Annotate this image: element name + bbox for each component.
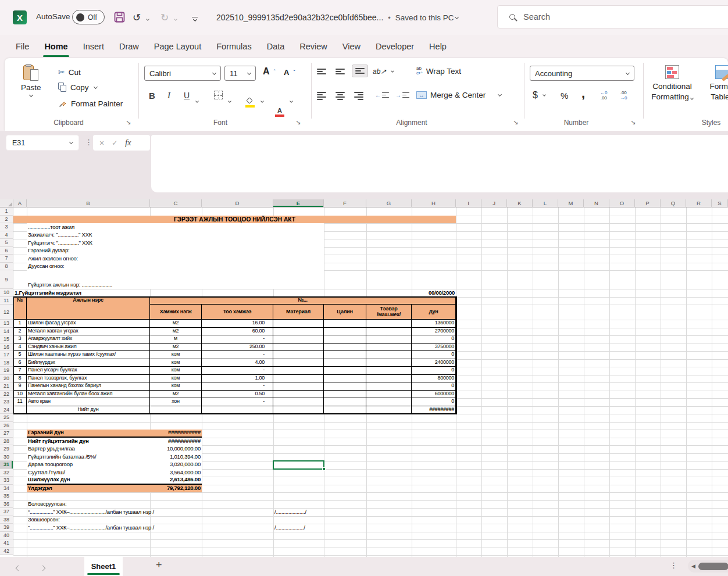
add-sheet-button[interactable]: + bbox=[156, 559, 162, 571]
document-cell[interactable]: 00/00/2000 bbox=[412, 289, 456, 297]
decrease-decimal-button[interactable]: .00 →0 bbox=[620, 91, 627, 101]
table-cell[interactable] bbox=[324, 359, 366, 367]
save-icon[interactable] bbox=[114, 12, 125, 23]
document-cell[interactable]: Гэрээний дугаар: bbox=[27, 247, 324, 255]
row-header[interactable]: 27 bbox=[0, 430, 13, 438]
table-cell[interactable]: 3 bbox=[13, 335, 27, 344]
format-painter-button[interactable]: Format Painter bbox=[58, 99, 123, 108]
table-cell[interactable]: 5 bbox=[13, 351, 27, 359]
sheet-options-dots[interactable]: ⋮ bbox=[670, 561, 677, 570]
table-header-cell[interactable]: № bbox=[13, 297, 27, 320]
table-cell[interactable]: Металл хавтангийн булан боох ажил bbox=[27, 391, 150, 399]
table-header-cell[interactable]: Хэмжих нэгж bbox=[150, 305, 202, 320]
row-header[interactable]: 33 bbox=[0, 477, 13, 485]
currency-button[interactable]: $ bbox=[533, 90, 545, 101]
row-header[interactable]: 24 bbox=[0, 406, 13, 414]
row-header[interactable]: 9 bbox=[0, 270, 13, 289]
document-cell[interactable]: “.................” ХХК–................… bbox=[27, 508, 273, 516]
document-cell[interactable]: 1.Гүйцэтгэлийн мэдээлэл bbox=[13, 289, 202, 297]
table-cell[interactable] bbox=[273, 367, 324, 375]
table-cell[interactable] bbox=[366, 335, 412, 344]
scroll-left-icon[interactable]: ◀ bbox=[691, 563, 695, 569]
table-cell[interactable] bbox=[324, 328, 366, 336]
table-cell[interactable]: 250.00 bbox=[202, 344, 273, 352]
column-header[interactable]: R bbox=[686, 199, 712, 207]
row-header[interactable]: 26 bbox=[0, 422, 13, 430]
table-cell[interactable] bbox=[324, 344, 366, 352]
prev-sheet-button[interactable] bbox=[16, 562, 24, 570]
table-cell[interactable]: 2 bbox=[13, 328, 27, 336]
document-cell[interactable]: Гүйцэтгэгч: "..............." ХХК bbox=[27, 239, 324, 247]
quick-access-customize-button[interactable] bbox=[192, 12, 198, 26]
row-header[interactable]: 11 bbox=[0, 297, 13, 305]
table-cell[interactable] bbox=[324, 398, 366, 406]
table-cell[interactable]: 4.00 bbox=[202, 359, 273, 367]
table-cell[interactable] bbox=[273, 375, 324, 383]
excel-logo-icon[interactable]: X bbox=[13, 10, 27, 24]
align-center-icon[interactable] bbox=[336, 92, 345, 100]
font-dialog-launcher[interactable]: ↘ bbox=[295, 119, 301, 126]
column-header[interactable]: L bbox=[533, 199, 558, 207]
table-cell[interactable] bbox=[366, 367, 412, 375]
table-cell[interactable]: 9 bbox=[13, 382, 27, 391]
table-cell[interactable]: 8 bbox=[13, 375, 27, 383]
summary-value-cell[interactable]: ########### bbox=[150, 438, 202, 446]
table-cell[interactable]: Панел угсарч буулгах bbox=[27, 367, 150, 375]
insert-function-icon[interactable]: fx bbox=[125, 138, 131, 148]
table-cell[interactable] bbox=[324, 335, 366, 344]
summary-label-cell[interactable]: Нийт гүйцэтгэлийн дүн bbox=[27, 438, 150, 446]
tab-view[interactable]: View bbox=[335, 35, 368, 58]
cut-button[interactable]: ✂ Cut bbox=[58, 67, 81, 77]
alignment-dialog-launcher[interactable]: ↘ bbox=[513, 119, 518, 126]
table-header-cell[interactable]: Дүн bbox=[412, 305, 456, 320]
table-cell[interactable]: 1 bbox=[13, 320, 27, 328]
table-cell[interactable]: ком bbox=[150, 351, 202, 359]
bottom-align-icon[interactable] bbox=[352, 65, 368, 77]
table-cell[interactable]: Шилэн хаалганы хүрээ тавих /суулгах/ bbox=[27, 351, 150, 359]
summary-label-cell[interactable]: Гүйцэтгэлийн баталгаа /5%/ bbox=[27, 453, 150, 461]
row-header[interactable]: 25 bbox=[0, 414, 13, 422]
paste-button[interactable]: Paste bbox=[21, 64, 41, 96]
row-header[interactable]: 32 bbox=[0, 469, 13, 477]
search-box[interactable] bbox=[497, 5, 728, 28]
table-cell[interactable]: Панелын хананд бэхлэх бариул bbox=[27, 382, 150, 391]
font-family-select[interactable]: Calibri bbox=[144, 66, 221, 81]
tab-data[interactable]: Data bbox=[259, 35, 292, 58]
row-header[interactable]: 18 bbox=[0, 359, 13, 367]
table-cell[interactable]: 800000 bbox=[412, 375, 456, 383]
row-header[interactable]: 15 bbox=[0, 335, 13, 344]
table-cell[interactable]: 11 bbox=[13, 398, 27, 406]
row-header[interactable]: 41 bbox=[0, 539, 13, 548]
table-cell[interactable]: - bbox=[202, 367, 273, 375]
column-header[interactable]: M bbox=[558, 199, 584, 207]
document-cell[interactable]: Ажил эхэлсэн огноо: bbox=[27, 255, 324, 263]
row-header[interactable]: 22 bbox=[0, 391, 13, 399]
row-header[interactable]: 31 bbox=[0, 461, 13, 469]
table-cell[interactable]: Шилэн фасад угсрах bbox=[27, 320, 150, 328]
tab-draw[interactable]: Draw bbox=[112, 35, 147, 58]
table-cell[interactable] bbox=[366, 375, 412, 383]
row-header[interactable]: 30 bbox=[0, 453, 13, 461]
next-sheet-button[interactable] bbox=[41, 562, 49, 570]
table-cell[interactable]: м bbox=[150, 335, 202, 344]
table-cell[interactable]: - bbox=[202, 398, 273, 406]
table-cell[interactable] bbox=[324, 351, 366, 359]
tab-page-layout[interactable]: Page Layout bbox=[147, 35, 209, 58]
orientation-button[interactable]: ab↗ bbox=[373, 67, 394, 76]
row-header[interactable]: 42 bbox=[0, 548, 13, 556]
select-all-corner[interactable] bbox=[0, 199, 13, 207]
summary-value-cell[interactable]: 1,010,394.00 bbox=[150, 453, 202, 461]
table-header-cell[interactable]: Ажлын нэрс bbox=[27, 297, 150, 320]
summary-value-cell[interactable]: 10,000,000.00 bbox=[150, 445, 202, 453]
row-header[interactable]: 38 bbox=[0, 516, 13, 524]
row-header[interactable]: 2 bbox=[0, 216, 13, 224]
summary-value-cell[interactable]: 3,020,000.00 bbox=[150, 461, 202, 469]
document-cell[interactable]: ГЭРЭЭТ АЖЛЫН ТООЦОО НИЙЛСЭН АКТ bbox=[13, 216, 456, 224]
table-header-cell[interactable]: Тээвэр /маш.мех/ bbox=[366, 305, 412, 320]
font-size-select[interactable]: 11 bbox=[224, 66, 256, 81]
column-header[interactable]: C bbox=[150, 199, 202, 207]
table-cell[interactable]: 0 bbox=[412, 335, 456, 344]
row-header[interactable]: 10 bbox=[0, 289, 13, 297]
align-left-icon[interactable] bbox=[317, 92, 326, 100]
table-cell[interactable] bbox=[324, 367, 366, 375]
